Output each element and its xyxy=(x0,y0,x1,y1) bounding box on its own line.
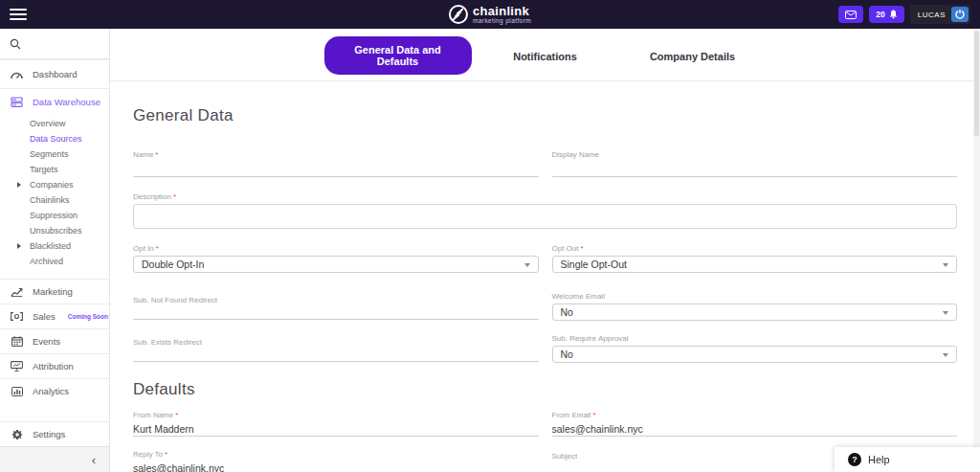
opt-out-value: Single Opt-Out xyxy=(561,258,627,270)
sidebar-subitem-companies[interactable]: Companies xyxy=(30,177,109,192)
description-textarea[interactable] xyxy=(133,204,957,229)
opt-out-label: Opt Out* xyxy=(552,244,958,253)
tab-bar: General Data and Defaults Notifications … xyxy=(110,36,980,81)
sidebar-item-sales[interactable]: Sales Coming Soon xyxy=(0,303,109,328)
sidebar-subitem-overview[interactable]: Overview xyxy=(30,116,109,131)
sidebar-subitem-targets[interactable]: Targets xyxy=(30,162,109,177)
mail-button[interactable] xyxy=(838,6,863,23)
logo-title: chainlink xyxy=(473,5,531,17)
sidebar-subitem-blacklisted[interactable]: Blacklisted xyxy=(30,238,109,254)
mail-icon xyxy=(845,11,857,19)
opt-in-label: Opt In* xyxy=(133,244,539,253)
sidebar-item-data-warehouse[interactable]: Data Warehouse xyxy=(0,88,109,114)
sub-require-approval-label: Sub. Require Approval xyxy=(552,334,958,343)
sidebar-subitem-chainlinks[interactable]: Chainlinks xyxy=(30,192,109,208)
sidebar-item-dashboard[interactable]: Dashboard xyxy=(0,59,109,88)
opt-out-select[interactable]: Single Opt-Out xyxy=(552,256,958,273)
sub-exists-redirect-input[interactable] xyxy=(133,347,539,362)
tab-company-details[interactable]: Company Details xyxy=(650,51,735,62)
sidebar-item-label: Settings xyxy=(33,429,65,439)
from-email-input[interactable] xyxy=(552,421,958,437)
display-name-label: Display Name xyxy=(552,150,958,159)
sidebar-subitem-data-sources[interactable]: Data Sources xyxy=(30,131,109,146)
user-chip: LUCAS xyxy=(910,5,970,24)
opt-in-value: Double Opt-In xyxy=(142,258,204,270)
sidebar-spacer xyxy=(0,403,109,421)
opt-in-select[interactable]: Double Opt-In xyxy=(133,256,539,273)
welcome-email-select[interactable]: No xyxy=(552,303,958,321)
help-label: Help xyxy=(868,454,890,465)
required-marker: * xyxy=(581,244,584,253)
chevron-down-icon xyxy=(943,353,948,357)
sidebar-item-settings[interactable]: Settings xyxy=(0,421,109,446)
scrollbar-thumb[interactable] xyxy=(974,31,979,136)
required-marker: * xyxy=(165,450,167,459)
sidebar-subitem-archived[interactable]: Archived xyxy=(30,254,109,269)
required-marker: * xyxy=(175,411,178,419)
line-chart-icon xyxy=(11,287,23,297)
sidebar-item-label: Data Warehouse xyxy=(33,97,100,107)
description-label: Description* xyxy=(133,192,957,201)
search-icon xyxy=(10,38,21,50)
sidebar-item-analytics[interactable]: Analytics xyxy=(0,378,109,403)
main-content: General Data and Defaults Notifications … xyxy=(110,29,980,472)
sidebar-item-label: Events xyxy=(33,336,60,347)
reply-to-input[interactable] xyxy=(133,461,539,472)
sub-not-found-redirect-label: Sub. Not Found Redirect xyxy=(133,296,539,304)
sub-require-approval-value: No xyxy=(561,348,573,360)
sidebar-item-attribution[interactable]: Attribution xyxy=(0,353,109,378)
question-mark-icon: ? xyxy=(848,453,861,466)
notification-count: 20 xyxy=(876,10,884,19)
display-name-input[interactable] xyxy=(552,162,958,177)
logo-subtitle: marketing platform xyxy=(473,18,531,25)
reply-to-label: Reply To* xyxy=(133,450,539,459)
notifications-button[interactable]: 20 xyxy=(869,6,903,23)
vertical-scrollbar[interactable] xyxy=(973,29,980,472)
list-settings-form: General Data Name* Display Name Descript… xyxy=(110,106,980,472)
sidebar-item-label: Analytics xyxy=(33,386,69,396)
sidebar-search[interactable] xyxy=(0,29,109,59)
sub-not-found-redirect-input[interactable] xyxy=(133,304,539,320)
top-header: chainlink marketing platform 20 LUCAS xyxy=(0,0,980,29)
server-icon xyxy=(11,97,23,107)
sidebar-subitem-segments[interactable]: Segments xyxy=(30,146,109,162)
name-label: Name* xyxy=(133,150,539,159)
required-marker: * xyxy=(155,150,158,159)
chevron-down-icon xyxy=(524,263,530,267)
welcome-email-value: No xyxy=(561,306,573,318)
coming-soon-badge: Coming Soon xyxy=(68,313,108,320)
required-marker: * xyxy=(156,244,159,253)
tab-general-data-and-defaults[interactable]: General Data and Defaults xyxy=(324,36,472,75)
sub-require-approval-select[interactable]: No xyxy=(552,346,958,363)
from-email-label: From Email* xyxy=(552,411,958,419)
sidebar-item-marketing[interactable]: Marketing xyxy=(0,279,109,303)
menu-icon[interactable] xyxy=(10,9,27,20)
sidebar-footer: ‹ xyxy=(0,446,109,472)
gauge-icon xyxy=(11,70,23,79)
logout-button[interactable] xyxy=(951,7,969,22)
required-marker: * xyxy=(173,192,176,201)
help-widget[interactable]: ? Help xyxy=(835,447,980,472)
data-warehouse-submenu: Overview Data Sources Segments Targets C… xyxy=(0,114,109,279)
from-name-label: From Name* xyxy=(133,411,539,419)
notifications-bell-icon xyxy=(889,10,898,19)
sidebar-item-label: Attribution xyxy=(33,361,74,371)
logo-ring-icon xyxy=(449,5,468,24)
sidebar-subitem-suppression[interactable]: Suppression xyxy=(30,208,109,223)
name-input[interactable] xyxy=(133,162,539,177)
sidebar: Dashboard Data Warehouse Overview Data S… xyxy=(0,29,110,472)
chevron-down-icon xyxy=(943,311,948,315)
collapse-sidebar-icon[interactable]: ‹ xyxy=(92,454,96,466)
required-marker: * xyxy=(592,411,595,419)
from-name-input[interactable] xyxy=(133,421,539,437)
username: LUCAS xyxy=(918,11,946,19)
chevron-right-icon xyxy=(17,182,21,188)
chevron-right-icon xyxy=(17,243,21,249)
sidebar-item-events[interactable]: Events xyxy=(0,328,109,353)
defaults-heading: Defaults xyxy=(133,380,957,399)
calendar-icon xyxy=(11,336,23,347)
tab-notifications[interactable]: Notifications xyxy=(513,51,577,62)
sidebar-subitem-unsubscribes[interactable]: Unsubscribes xyxy=(30,223,109,238)
bar-chart-icon xyxy=(11,387,23,396)
logout-power-icon xyxy=(955,10,965,19)
